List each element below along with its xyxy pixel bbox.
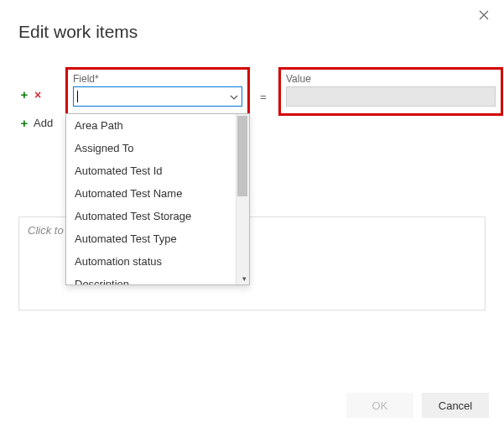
rule-row: + × Field* = Value + Add Area Path Assig… [18, 67, 486, 117]
field-highlight: Field* [65, 67, 250, 116]
dropdown-item[interactable]: Automation status [66, 250, 249, 273]
cancel-button[interactable]: Cancel [422, 393, 489, 418]
dropdown-item[interactable]: Assigned To [66, 137, 249, 159]
field-combobox[interactable] [73, 86, 242, 107]
plus-icon[interactable]: + [18, 87, 30, 102]
value-input[interactable] [286, 86, 496, 107]
dropdown-item[interactable]: Automated Test Name [66, 182, 249, 205]
text-cursor [77, 91, 78, 102]
add-new-clause[interactable]: + Add [18, 116, 53, 130]
chevron-down-icon[interactable] [230, 91, 238, 102]
field-label: Field* [73, 73, 242, 85]
dropdown-item[interactable]: Automated Test Type [66, 227, 249, 250]
scrollbar-thumb[interactable] [237, 116, 247, 196]
equals-operator: = [260, 91, 267, 103]
dialog-title: Edit work items [18, 22, 486, 42]
remove-icon[interactable]: × [32, 88, 44, 102]
ok-button[interactable]: OK [346, 393, 413, 418]
dropdown-scrollbar[interactable]: ▾ [236, 114, 249, 284]
field-dropdown: Area Path Assigned To Automated Test Id … [65, 113, 250, 285]
dropdown-item[interactable]: Automated Test Id [66, 159, 249, 182]
scroll-down-arrow[interactable]: ▾ [242, 274, 247, 283]
edit-work-items-dialog: Edit work items + × Field* = Value + Add [0, 0, 504, 433]
dropdown-item[interactable]: Area Path [66, 114, 249, 137]
notes-placeholder: Click to [28, 224, 64, 237]
row-actions: + × [18, 87, 44, 102]
dropdown-item[interactable]: Description [66, 273, 249, 285]
close-icon[interactable] [475, 7, 492, 23]
dialog-footer: OK Cancel [346, 393, 489, 418]
dropdown-item[interactable]: Automated Test Storage [66, 205, 249, 227]
value-label: Value [286, 73, 496, 85]
add-link-label: Add [34, 117, 53, 129]
plus-icon: + [18, 116, 30, 130]
value-highlight: Value [278, 67, 503, 116]
